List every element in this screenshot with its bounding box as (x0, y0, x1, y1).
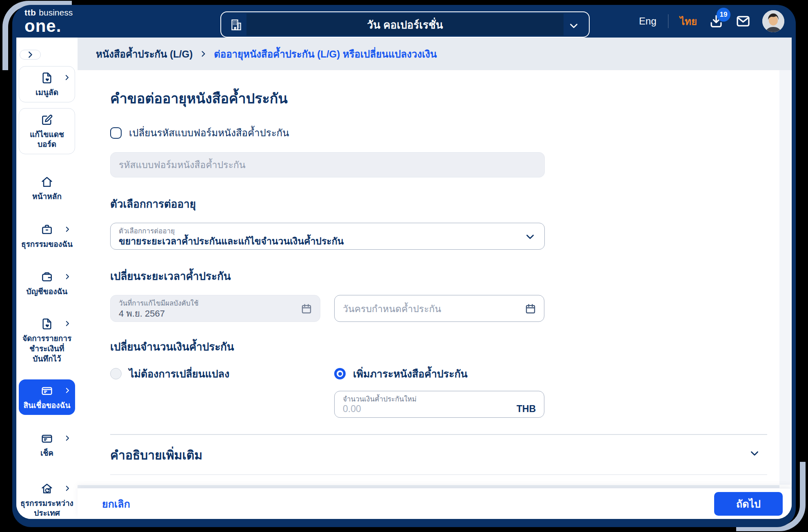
chevron-right-icon (64, 387, 71, 394)
form-content: คำขอต่ออายุหนังสือค้ำประกัน เปลี่ยนรหัสแ… (78, 70, 792, 488)
change-form-code-checkbox[interactable] (110, 127, 122, 139)
sidebar-item-shortcut-menu[interactable]: เมนูลัด (19, 66, 75, 102)
sidebar-item-label: ธุรกรรมระหว่างประเทศ (20, 499, 73, 519)
downloads-badge: 19 (717, 8, 730, 22)
radio-option-increase[interactable]: เพิ่มภาระหนังสือค้ำประกัน (334, 366, 468, 382)
language-toggle-thai[interactable]: ไทย (680, 13, 697, 29)
document-heart-icon (40, 71, 53, 84)
company-name: วัน คอเปอร์เรชั่น (221, 16, 589, 33)
radio-option-no-change[interactable]: ไม่ต้องการเปลี่ยนแปลง (110, 366, 334, 382)
vertical-scrollbar[interactable] (779, 70, 791, 485)
international-transfer-icon (40, 482, 53, 495)
date-fields-row: วันที่การแก้ไขมีผลบังคับใช้ 4 พ.ย. 2567 … (110, 295, 759, 322)
renewal-options-heading: ตัวเลือกการต่ออายุ (110, 195, 759, 212)
sidebar-item-my-transactions[interactable]: ธุรกรรมของฉัน (19, 218, 75, 254)
page-title: คำขอต่ออายุหนังสือค้ำประกัน (110, 87, 759, 109)
downloads-button[interactable]: 19 (708, 13, 724, 29)
chevron-right-icon (64, 226, 71, 233)
sidebar-expand-button[interactable] (20, 50, 41, 60)
sidebar-item-label: สินเชื่อของฉัน (20, 401, 73, 411)
top-bar: ttbbusiness one. วัน คอเปอร์เรชั่น Eng ไ… (12, 5, 796, 38)
sidebar-item-my-accounts[interactable]: บัญชีของฉัน (19, 266, 75, 301)
chevron-down-icon (568, 20, 579, 31)
change-form-code-label: เปลี่ยนรหัสแบบฟอร์มหนังสือค้ำประกัน (129, 125, 289, 141)
wallet-icon (40, 270, 53, 284)
sidebar-item-label: จัดการรายการชำระเงินที่บันทึกไว้ (20, 334, 73, 364)
sidebar-item-label: แก้ไขแดชบอร์ด (21, 130, 73, 150)
screenshot-frame: ttbbusiness one. วัน คอเปอร์เรชั่น Eng ไ… (0, 0, 808, 532)
sidebar-item-my-loans[interactable]: สินเชื่อของฉัน (19, 379, 75, 415)
sidebar-item-label: บัญชีของฉัน (20, 287, 73, 297)
chevron-down-icon (525, 231, 535, 242)
change-period-heading: เปลี่ยนระยะเวลาค้ำประกัน (110, 268, 759, 284)
main-area: หนังสือค้ำประกัน (L/G) ต่ออายุหนังสือค้ำ… (78, 38, 792, 519)
effective-date-value: 4 พ.ย. 2567 (119, 308, 312, 320)
chevron-right-icon (64, 434, 71, 442)
app-window: ttbbusiness one. วัน คอเปอร์เรชั่น Eng ไ… (12, 5, 796, 527)
new-amount-field[interactable]: จำนวนเงินค้ำประกันใหม่ 0.00 THB (334, 391, 544, 418)
home-icon (40, 175, 53, 188)
user-avatar[interactable] (762, 10, 784, 32)
chevron-down-icon (749, 448, 760, 459)
form-code-input[interactable]: รหัสแบบฟอร์มหนังสือค้ำประกัน (110, 152, 545, 177)
top-bar-actions: Eng ไทย 19 (639, 5, 784, 38)
renewal-option-select[interactable]: ตัวเลือกการต่ออายุ ขยายระยะเวลาค้ำประกัน… (110, 223, 545, 250)
sidebar-item-label: หน้าหลัก (20, 192, 73, 202)
mail-icon (735, 13, 751, 29)
change-form-code-row: เปลี่ยนรหัสแบบฟอร์มหนังสือค้ำประกัน (110, 125, 759, 141)
chevron-right-icon (64, 320, 71, 327)
sidebar-nav: เมนูลัด แก้ไขแดชบอร์ด หน้าหลัก ธุรกรรมขอ… (16, 38, 78, 519)
app-body: เมนูลัด แก้ไขแดชบอร์ด หน้าหลัก ธุรกรรมขอ… (16, 38, 792, 519)
change-amount-heading: เปลี่ยนจำนวนเงินค้ำประกัน (110, 338, 759, 355)
chevron-right-icon (64, 273, 71, 280)
radio-unselected[interactable] (110, 368, 122, 379)
expiry-date-placeholder: วันครบกำหนดค้ำประกัน (343, 301, 441, 316)
language-toggle-eng[interactable]: Eng (639, 16, 657, 27)
credit-card-icon (40, 384, 53, 397)
cancel-button[interactable]: ยกเลิก (102, 496, 130, 512)
new-amount-placeholder: 0.00 (343, 403, 361, 415)
sidebar-item-label: เช็ค (20, 448, 73, 459)
logo-business-text: business (39, 8, 73, 17)
sidebar-item-international-transactions[interactable]: ธุรกรรมระหว่างประเทศ (19, 477, 75, 519)
new-amount-wrap: จำนวนเงินค้ำประกันใหม่ 0.00 THB (334, 391, 759, 418)
expiry-date-field[interactable]: วันครบกำหนดค้ำประกัน (334, 295, 544, 322)
currency-label: THB (517, 403, 536, 415)
sidebar-item-manage-saved-payments[interactable]: จัดการรายการชำระเงินที่บันทึกไว้ (19, 313, 75, 368)
chevron-right-icon (64, 485, 71, 492)
additional-description-section[interactable]: คำอธิบายเพิ่มเติม (110, 435, 767, 474)
document-heart-icon (40, 317, 53, 330)
breadcrumb-current: ต่ออายุหนังสือค้ำประกัน (L/G) หรือเปลี่ย… (214, 46, 437, 62)
breadcrumb-parent[interactable]: หนังสือค้ำประกัน (L/G) (96, 46, 193, 62)
ttb-business-one-logo: ttbbusiness one. (24, 8, 73, 35)
chevron-right-icon (199, 50, 207, 58)
radio-selected[interactable] (334, 368, 346, 379)
form-code-placeholder: รหัสแบบฟอร์มหนังสือค้ำประกัน (119, 157, 245, 172)
credit-card-icon (40, 432, 53, 445)
sidebar-item-label: เมนูลัด (21, 88, 73, 98)
footer-action-bar: ยกเลิก ถัดไป (78, 488, 792, 519)
language-divider (668, 14, 669, 28)
effective-date-field[interactable]: วันที่การแก้ไขมีผลบังคับใช้ 4 พ.ย. 2567 (110, 295, 320, 322)
logo-one-text: one. (24, 18, 73, 35)
new-amount-label: จำนวนเงินค้ำประกันใหม่ (343, 395, 536, 403)
chevron-right-icon (63, 74, 71, 81)
sidebar-item-edit-dashboard[interactable]: แก้ไขแดชบอร์ด (19, 108, 75, 154)
avatar-photo (762, 10, 784, 32)
logo-ttb-text: ttb (24, 8, 36, 17)
effective-date-label: วันที่การแก้ไขมีผลบังคับใช้ (119, 299, 312, 308)
additional-description-heading: คำอธิบายเพิ่มเติม (110, 448, 202, 462)
messages-button[interactable] (735, 13, 751, 29)
briefcase-icon (40, 223, 53, 236)
chevron-right-icon (26, 50, 35, 59)
horizontal-scrollbar[interactable] (78, 485, 779, 488)
calendar-icon (300, 303, 313, 315)
breadcrumb: หนังสือค้ำประกัน (L/G) ต่ออายุหนังสือค้ำ… (78, 38, 792, 70)
company-selector-dropdown[interactable]: วัน คอเปอร์เรชั่น (220, 11, 590, 38)
sidebar-item-home[interactable]: หน้าหลัก (19, 171, 75, 206)
next-button[interactable]: ถัดไป (714, 492, 783, 516)
sidebar-item-cheque[interactable]: เช็ค (19, 427, 75, 463)
renewal-select-value: ขยายระยะเวลาค้ำประกันและแก้ไขจำนวนเงินค้… (119, 235, 536, 247)
edit-icon (40, 113, 53, 126)
radio-increase-label: เพิ่มภาระหนังสือค้ำประกัน (353, 366, 468, 382)
